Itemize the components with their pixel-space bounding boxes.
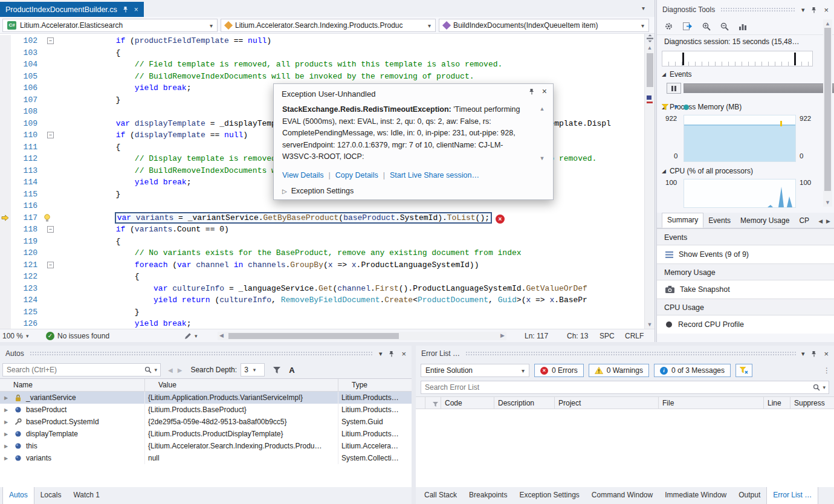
pause-events-button[interactable] — [667, 83, 681, 94]
fold-collapse-icon[interactable]: − — [47, 132, 54, 138]
tab-watch-1[interactable]: Watch 1 — [67, 487, 106, 504]
chevron-down-icon[interactable]: ▾ — [379, 350, 383, 358]
close-icon[interactable]: × — [134, 6, 138, 13]
code-line[interactable]: 125 } — [0, 306, 644, 318]
code-line[interactable]: 117 var variants = _variantService.GetBy… — [0, 212, 644, 224]
chart-icon[interactable] — [739, 22, 747, 30]
expand-arrow-icon[interactable]: ▶ — [4, 456, 11, 461]
chevron-down-icon[interactable]: ▾ — [801, 6, 805, 14]
variable-row[interactable]: ▶baseProduct.SystemId{2de29f5a-059e-48d2… — [0, 416, 412, 428]
tab-immediate-window[interactable]: Immediate Window — [659, 487, 732, 504]
drag-texture[interactable] — [30, 351, 373, 356]
close-icon[interactable]: × — [401, 349, 406, 358]
tab-autos[interactable]: Autos — [2, 487, 34, 504]
errors-filter-button[interactable]: × 0 Errors — [534, 364, 584, 377]
diag-tab-memory-usage[interactable]: Memory Usage — [735, 214, 794, 228]
search-input[interactable] — [3, 366, 144, 374]
scroll-up-icon[interactable]: ▲ — [540, 106, 545, 112]
messages-filter-button[interactable]: i 0 of 3 Messages — [654, 364, 731, 377]
exception-error-icon[interactable]: × — [496, 215, 505, 224]
document-tab[interactable]: ProductIndexDocumentBuilder.cs × — [0, 2, 144, 17]
tab-output[interactable]: Output — [732, 487, 766, 504]
code-line[interactable]: 119 { — [0, 236, 644, 248]
expand-arrow-icon[interactable]: ▶ — [4, 431, 11, 437]
scrollbar-thumb[interactable] — [824, 28, 831, 191]
variable-row[interactable]: ▶displayTemplate{Litium.Products.Product… — [0, 428, 412, 440]
zoom-dropdown[interactable]: 100 % ▾ — [2, 329, 29, 343]
fold-collapse-icon[interactable]: − — [47, 226, 54, 233]
project-dropdown[interactable]: C# Litium.Accelerator.Elasticsearch ▾ — [2, 19, 218, 32]
memory-chart[interactable] — [684, 115, 796, 162]
code-line[interactable]: 121− foreach (var channel in channels.Gr… — [0, 259, 644, 271]
chevron-down-icon[interactable]: ▾ — [823, 384, 826, 390]
settings-gear-icon[interactable] — [664, 22, 673, 31]
code-line[interactable]: 123 var cultureInfo = _languageService.G… — [0, 283, 644, 295]
editor-horizontal-scrollbar[interactable]: ◀ ▶ — [218, 332, 506, 340]
search-input[interactable] — [421, 383, 813, 392]
close-icon[interactable]: × — [824, 349, 829, 358]
filter-icon[interactable] — [273, 367, 280, 373]
scope-dropdown[interactable]: Entire Solution ▾ — [421, 364, 529, 377]
diag-tab-cp[interactable]: CP — [794, 214, 814, 228]
drag-texture[interactable] — [720, 7, 796, 12]
tab-scroll-left-icon[interactable]: ◀ — [818, 218, 823, 224]
column-header-code[interactable]: Code — [441, 397, 494, 409]
fold-collapse-icon[interactable]: − — [47, 262, 54, 268]
code-line[interactable]: 126 yield break; — [0, 318, 644, 329]
drag-texture[interactable] — [465, 351, 796, 356]
tab-list-chevron-icon[interactable]: ▾ — [642, 5, 645, 11]
copy-details-link[interactable]: Copy Details — [335, 171, 378, 179]
chevron-down-icon[interactable]: ▾ — [801, 350, 805, 358]
search-icon[interactable] — [813, 384, 820, 391]
clear-filters-button[interactable] — [735, 364, 752, 377]
search-depth-dropdown[interactable]: 3 ▾ — [241, 363, 265, 376]
tab-call-stack[interactable]: Call Stack — [418, 487, 463, 504]
zoom-out-icon[interactable] — [720, 22, 729, 31]
tab-scroll-right-icon[interactable]: ▶ — [826, 218, 830, 224]
pin-icon[interactable] — [811, 7, 817, 13]
error-list-grid-body[interactable] — [416, 409, 834, 487]
diag-tab-events[interactable]: Events — [703, 214, 735, 228]
tab-error-list[interactable]: Error List … — [766, 487, 818, 504]
expand-arrow-icon[interactable]: ▶ — [4, 419, 11, 425]
diag-tab-summary[interactable]: Summary — [662, 213, 703, 228]
tab-command-window[interactable]: Command Window — [586, 487, 659, 504]
severity-filter-icon[interactable] — [425, 397, 441, 409]
filter-icon[interactable] — [662, 104, 668, 110]
editor-vertical-scrollbar[interactable]: ▲ ▼ — [644, 44, 655, 329]
expand-arrow-icon[interactable]: ▶ — [4, 395, 11, 401]
column-header-file[interactable]: File — [659, 397, 764, 409]
code-line[interactable]: 103 { — [0, 47, 644, 59]
column-header-type[interactable]: Type — [338, 379, 412, 391]
tab-breakpoints[interactable]: Breakpoints — [463, 487, 513, 504]
search-forward-icon[interactable]: ▶ — [178, 367, 183, 373]
code-line[interactable]: 102− if (productFieldTemplate == null) — [0, 35, 644, 47]
edit-mode-button[interactable]: ▾ — [184, 329, 198, 343]
memory-section-header[interactable]: ◢ Process Memory (MB) ▼ — [662, 103, 742, 111]
type-dropdown[interactable]: Litium.Accelerator.Search.Indexing.Produ… — [221, 19, 436, 32]
summary-action-show-events-9-of-9[interactable]: Show Events (9 of 9) — [657, 245, 834, 263]
search-back-icon[interactable]: ◀ — [168, 367, 173, 373]
code-line[interactable]: 120 // No variants exists for the BasePr… — [0, 247, 644, 259]
cpu-section-header[interactable]: ◢ CPU (% of all processors) — [662, 167, 753, 175]
warnings-filter-button[interactable]: 0 Warnings — [589, 364, 649, 377]
zoom-in-icon[interactable] — [702, 22, 711, 31]
search-icon[interactable] — [144, 366, 152, 373]
code-line[interactable]: 104 // Field template is removed, all pr… — [0, 59, 644, 71]
code-line[interactable]: 124 yield return (cultureInfo, RemoveByF… — [0, 294, 644, 306]
scroll-right-icon[interactable]: ▶ — [500, 332, 505, 338]
column-header-name[interactable]: Name — [0, 379, 145, 391]
scroll-left-icon[interactable]: ◀ — [219, 332, 224, 338]
variable-row[interactable]: ▶this{Litium.Accelerator.Search.Indexing… — [0, 440, 412, 452]
scroll-up-icon[interactable]: ▲ — [645, 45, 655, 51]
close-icon[interactable]: × — [542, 88, 547, 95]
live-share-link[interactable]: Start Live Share session… — [390, 171, 479, 179]
exception-settings-expander[interactable]: ▷ Exception Settings — [282, 187, 354, 195]
column-header-description[interactable]: Description — [494, 397, 555, 409]
export-icon[interactable] — [683, 22, 693, 30]
diagnostics-scrollbar[interactable]: ▲ ▼ — [823, 19, 832, 207]
chevron-down-icon[interactable]: ▾ — [154, 367, 157, 373]
variable-row[interactable]: ▶_variantService{Litium.Application.Prod… — [0, 392, 412, 404]
timeline-ruler[interactable] — [662, 51, 813, 66]
text-view-icon[interactable]: A — [289, 366, 294, 375]
